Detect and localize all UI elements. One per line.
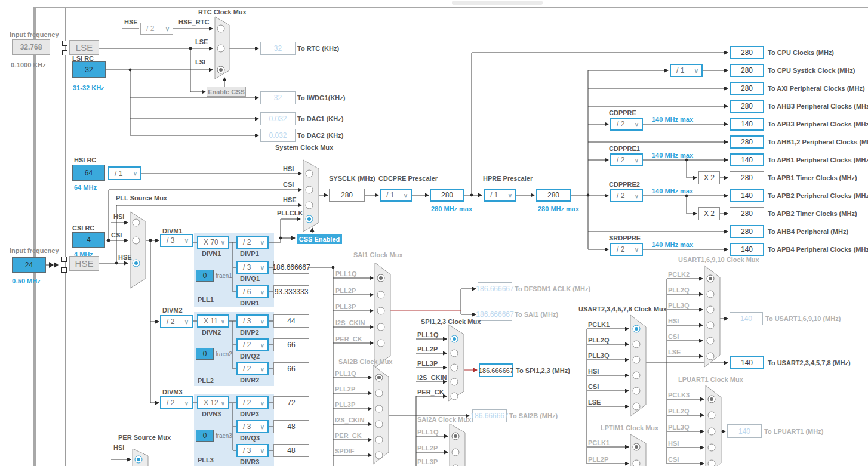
lpuart1-mux-radio-csi[interactable] [708, 460, 715, 466]
chevron-down-icon: ∨ [184, 319, 189, 325]
chevron-down-icon: ∨ [260, 342, 264, 348]
sai1-mux-radio-per-ck[interactable] [377, 340, 384, 347]
cdcpre-out-box[interactable]: 280 [430, 189, 464, 202]
spi123-mux-radio-per-ck[interactable] [451, 393, 458, 400]
sai2b-mux-radio-pll2p[interactable] [375, 390, 383, 397]
divr2-dropdown[interactable]: / 2∨ [236, 362, 269, 375]
srdppre-dropdown[interactable]: / 2∨ [610, 243, 643, 256]
divn2-dropdown[interactable]: X 11∨ [197, 314, 229, 328]
apb1-clocks-box[interactable]: 140 [730, 153, 764, 166]
divr2-value: / 2 [243, 365, 251, 373]
spi123-mux-radio-pll3p[interactable] [451, 364, 458, 371]
sysclk-value-box[interactable]: 280 [329, 189, 365, 202]
cdppre2-dropdown[interactable]: / 2∨ [610, 189, 643, 202]
usart16910-mux-radio-csi[interactable] [707, 337, 714, 344]
usart16910-mux-radio-pll3q[interactable] [707, 306, 714, 313]
fracn1-value[interactable]: 0 [196, 270, 214, 282]
csi-rc-value[interactable]: 4 [72, 232, 105, 248]
ahb4-clocks-box[interactable]: 280 [730, 225, 764, 238]
spi123-mux-radio-i2s-ckin[interactable] [451, 378, 458, 385]
usart16910-mux-radio-lse[interactable] [707, 353, 714, 360]
sys-mux-radio-hsi[interactable] [306, 170, 313, 177]
sai2b-mux-radio-per-ck[interactable] [375, 436, 383, 443]
hse-source-button[interactable]: HSE [69, 256, 99, 271]
axi-clocks-box[interactable]: 280 [730, 82, 764, 95]
apb4-clocks-label: To APB4 Peripheral Clocks (MHz) [768, 246, 868, 253]
cdcpre-dropdown[interactable]: / 1∨ [380, 189, 412, 202]
hpre-out-box[interactable]: 280 [536, 189, 571, 202]
apb3-clocks-box[interactable]: 140 [730, 118, 764, 131]
rtc-hse-divider-dropdown[interactable]: / 2∨ [140, 23, 173, 35]
pll3q-out-box[interactable]: 48 [273, 420, 309, 433]
cdppre-dropdown[interactable]: / 2∨ [610, 118, 643, 131]
ahb3-clocks-box[interactable]: 280 [730, 100, 764, 113]
pll1q-out-box[interactable]: 186.666667 [273, 261, 309, 274]
usart2345-freq-box[interactable]: 140 [730, 356, 764, 369]
lse-input-frequency-field[interactable]: 32.768 [12, 39, 50, 55]
apb4-clocks-box[interactable]: 140 [730, 243, 764, 256]
enable-css-button[interactable]: Enable CSS [207, 87, 246, 97]
divm3-dropdown[interactable]: / 2∨ [160, 396, 193, 409]
usart2345-mux-radio-pll3q[interactable] [633, 356, 640, 363]
divn3-dropdown[interactable]: X 12∨ [197, 396, 229, 409]
cpu-clocks-box[interactable]: 280 [730, 46, 764, 59]
pll3r-out-box[interactable]: 48 [273, 444, 309, 457]
hsi-rc-value[interactable]: 64 [72, 165, 105, 181]
pll2r-out-box[interactable]: 66 [273, 362, 309, 375]
rtc-mux-radio-hse-rtc[interactable] [217, 25, 224, 32]
divn1-dropdown[interactable]: X 70∨ [197, 236, 229, 249]
usart2345-mux-radio-hsi[interactable] [633, 372, 640, 379]
pll2q-out-box[interactable]: 66 [273, 338, 309, 351]
divr3-dropdown[interactable]: / 3∨ [236, 444, 269, 457]
sys-mux-radio-hse[interactable] [306, 202, 313, 209]
lpuart1-mux-radio-pll2q[interactable] [708, 412, 715, 419]
divm1-dropdown[interactable]: / 3∨ [160, 234, 193, 247]
usart16910-mux-radio-hsi[interactable] [707, 322, 714, 329]
pll-mux-radio-hsi[interactable] [133, 219, 140, 226]
usart2345-mux-radio-csi[interactable] [633, 387, 640, 394]
lsi-rc-value[interactable]: 32 [72, 61, 106, 78]
divq3-dropdown[interactable]: / 3∨ [236, 420, 269, 433]
usart2345-mux-radio-lse[interactable] [633, 403, 640, 410]
lpuart1-mux-radio-hsi[interactable] [708, 444, 715, 451]
css-enabled-button[interactable]: CSS Enabled [297, 234, 342, 244]
hpre-dropdown[interactable]: / 1∨ [484, 189, 516, 202]
sai1-mux-radio-pll3p[interactable] [377, 307, 384, 314]
divp1-dropdown[interactable]: / 2∨ [236, 236, 269, 249]
divq1-dropdown[interactable]: / 3∨ [236, 261, 269, 274]
divr1-dropdown[interactable]: / 6∨ [236, 285, 269, 298]
cpu-systick-box[interactable]: 280 [730, 64, 764, 77]
sai2b-mux-radio-pll3p[interactable] [375, 405, 383, 412]
lpuart1-mux-radio-pll3q[interactable] [708, 428, 715, 435]
systick-divider-dropdown[interactable]: / 1∨ [670, 64, 703, 77]
sai1-mux-radio-i2s-ckin[interactable] [377, 323, 384, 331]
sai2b-i2s-ckin-label: I2S_CKIN [335, 416, 365, 424]
hse-input-frequency-field[interactable]: 24 [12, 257, 46, 273]
lse-source-button[interactable]: LSE [69, 40, 99, 55]
pll1r-out-box[interactable]: 93.333333 [273, 285, 309, 298]
spi123-freq-box[interactable]: 186.666667 [479, 363, 513, 377]
sys-mux-radio-csi[interactable] [306, 186, 313, 193]
divq2-dropdown[interactable]: / 2∨ [236, 338, 269, 351]
ahb12-clocks-box[interactable]: 280 [730, 135, 764, 149]
fracn2-value[interactable]: 0 [196, 348, 214, 360]
divp3-dropdown[interactable]: / 2∨ [236, 396, 269, 409]
sai2a-mux-radio-pll2p[interactable] [452, 449, 459, 456]
usart2345-mux-radio-pll2q[interactable] [633, 341, 640, 348]
pll-mux-radio-csi[interactable] [133, 237, 140, 244]
divm2-dropdown[interactable]: / 2∨ [160, 315, 193, 328]
lptim1-mux-radio-pll2p[interactable] [633, 460, 640, 466]
pll3p-out-box[interactable]: 72 [273, 396, 309, 409]
rtc-mux-radio-lse[interactable] [217, 45, 224, 52]
usart16910-mux-radio-pll2q[interactable] [707, 291, 714, 298]
divp2-dropdown[interactable]: / 3∨ [236, 314, 269, 328]
apb2-clocks-box[interactable]: 140 [730, 189, 764, 202]
hsi-divider-dropdown[interactable]: / 1∨ [108, 166, 141, 180]
cdppre1-dropdown[interactable]: / 2∨ [610, 153, 643, 166]
sai2b-mux-radio-spdif[interactable] [375, 452, 383, 459]
sai2b-mux-radio-i2s-ckin[interactable] [375, 421, 383, 428]
sai1-mux-radio-pll2p[interactable] [377, 291, 384, 298]
pll2p-out-box[interactable]: 44 [273, 314, 309, 328]
spi123-mux-radio-pll2p[interactable] [451, 350, 458, 357]
fracn3-value[interactable]: 0 [196, 430, 214, 442]
